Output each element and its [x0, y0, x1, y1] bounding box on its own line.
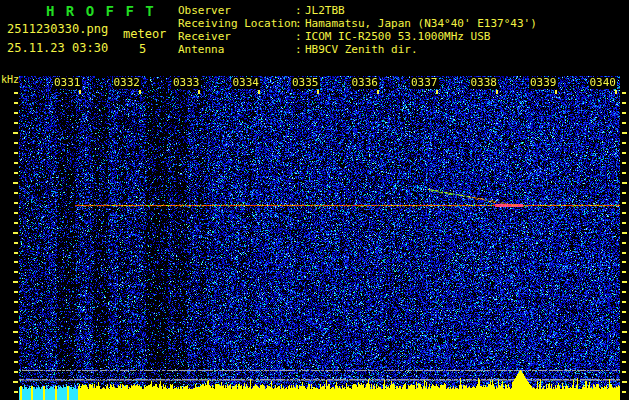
info-row: Antenna:HB9CV Zenith dir. — [178, 44, 537, 57]
freq-tick-right — [622, 391, 626, 393]
freq-tick-left — [14, 311, 18, 313]
freq-tick-right — [622, 351, 626, 353]
spectrogram-canvas — [19, 76, 620, 400]
freq-tick-left — [14, 202, 18, 204]
time-tick — [198, 90, 200, 94]
time-label: 0331 — [53, 77, 82, 89]
station-info: Observer:JL2TBBReceiving Location:Hamama… — [178, 5, 537, 57]
time-label: 0337 — [410, 77, 439, 89]
freq-tick-left — [14, 391, 18, 393]
info-colon: : — [295, 5, 305, 18]
time-label: 0336 — [351, 77, 380, 89]
freq-tick-left — [13, 132, 18, 134]
freq-tick-left — [14, 122, 18, 124]
time-label: 0333 — [172, 77, 201, 89]
freq-tick-right — [622, 142, 626, 144]
info-colon: : — [295, 44, 305, 57]
freq-tick-right — [622, 172, 626, 174]
freq-tick-left — [14, 102, 18, 104]
info-row: Receiving Location:Hamamatsu, Japan (N34… — [178, 18, 537, 31]
info-colon: : — [295, 31, 305, 44]
freq-tick-left — [14, 261, 18, 263]
freq-tick-right — [622, 331, 627, 333]
freq-tick-left — [14, 361, 18, 363]
freq-tick-right — [622, 361, 626, 363]
info-colon: : — [295, 18, 305, 31]
freq-tick-left — [14, 291, 18, 293]
freq-tick-left — [13, 281, 18, 283]
time-tick — [377, 90, 379, 94]
info-label: Receiving Location — [178, 18, 295, 31]
datetime-label: 25.11.23 03:30 — [7, 41, 108, 55]
time-tick — [436, 90, 438, 94]
meteor-count: 5 — [139, 42, 146, 56]
time-label: 0335 — [291, 77, 320, 89]
app-title: H R O F F T — [46, 3, 155, 19]
freq-tick-right — [622, 182, 627, 184]
freq-tick-right — [622, 192, 626, 194]
freq-tick-right — [622, 112, 626, 114]
freq-tick-right — [622, 132, 627, 134]
info-label: Receiver — [178, 31, 295, 44]
info-row: Receiver:ICOM IC-R2500 53.1000MHz USB — [178, 31, 537, 44]
freq-tick-right — [622, 162, 626, 164]
freq-tick-left — [14, 321, 18, 323]
time-tick — [615, 90, 617, 94]
freq-tick-left — [14, 92, 18, 94]
freq-tick-right — [622, 102, 626, 104]
freq-tick-right — [622, 232, 627, 234]
freq-tick-right — [622, 252, 626, 254]
freq-tick-left — [13, 232, 18, 234]
freq-tick-left — [14, 271, 18, 273]
time-tick — [258, 90, 260, 94]
time-label: 0339 — [529, 77, 558, 89]
time-label: 0334 — [232, 77, 261, 89]
freq-tick-left — [13, 381, 18, 383]
time-tick — [139, 90, 141, 94]
hrofft-screen: H R O F F T 2511230330.png meteor 25.11.… — [0, 0, 629, 400]
freq-tick-right — [622, 311, 626, 313]
freq-tick-right — [622, 301, 626, 303]
info-value: HB9CV Zenith dir. — [305, 44, 418, 57]
info-row: Observer:JL2TBB — [178, 5, 537, 18]
info-value: JL2TBB — [305, 5, 345, 18]
info-value: Hamamatsu, Japan (N34°40' E137°43') — [305, 18, 537, 31]
freq-tick-right — [622, 202, 626, 204]
time-tick — [79, 90, 81, 94]
info-label: Antenna — [178, 44, 295, 57]
freq-tick-left — [13, 331, 18, 333]
info-value: ICOM IC-R2500 53.1000MHz USB — [305, 31, 490, 44]
freq-tick-right — [622, 222, 626, 224]
freq-tick-right — [622, 242, 626, 244]
freq-tick-right — [622, 371, 626, 373]
freq-tick-right — [622, 281, 627, 283]
freq-tick-left — [14, 301, 18, 303]
freq-tick-left — [14, 172, 18, 174]
filename-label: 2511230330.png — [7, 22, 108, 36]
freq-tick-left — [14, 152, 18, 154]
freq-tick-right — [622, 92, 626, 94]
freq-tick-left — [14, 371, 18, 373]
freq-tick-right — [622, 341, 626, 343]
time-label: 0338 — [470, 77, 499, 89]
freq-tick-left — [13, 182, 18, 184]
time-tick — [317, 90, 319, 94]
time-label: 0332 — [113, 77, 142, 89]
freq-tick-left — [14, 351, 18, 353]
freq-axis-unit: kHz — [1, 74, 19, 85]
freq-tick-right — [622, 321, 626, 323]
time-tick — [496, 90, 498, 94]
freq-tick-left — [14, 252, 18, 254]
freq-tick-left — [14, 142, 18, 144]
info-label: Observer — [178, 5, 295, 18]
time-tick — [555, 90, 557, 94]
mode-label: meteor — [123, 27, 166, 41]
time-label: 0340 — [589, 77, 618, 89]
freq-tick-right — [622, 271, 626, 273]
freq-tick-left — [14, 242, 18, 244]
freq-tick-right — [622, 212, 626, 214]
freq-tick-right — [622, 122, 626, 124]
freq-tick-left — [14, 212, 18, 214]
freq-tick-left — [14, 112, 18, 114]
freq-tick-right — [622, 381, 627, 383]
